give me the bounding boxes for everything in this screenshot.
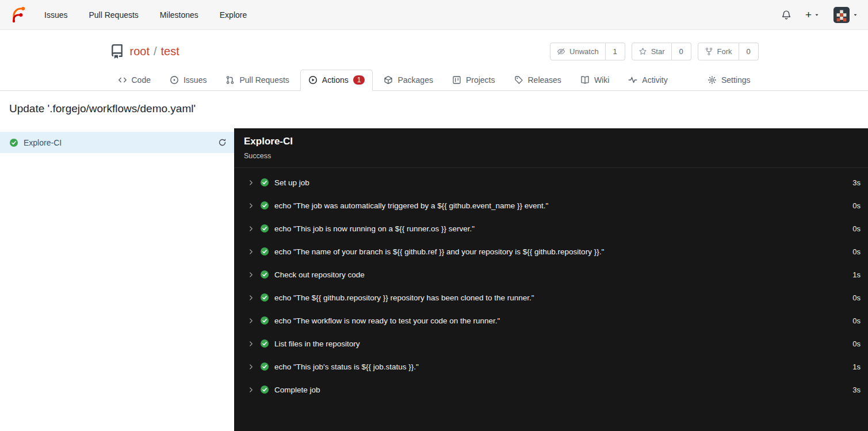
step-name: echo "The job was automatically triggere… xyxy=(274,201,548,210)
repo-separator: / xyxy=(154,45,157,58)
star-button[interactable]: Star xyxy=(632,43,672,60)
job-panel-header: Explore-CI Success xyxy=(234,128,868,168)
navbar-item-milestones[interactable]: Milestones xyxy=(160,10,198,20)
pulse-icon xyxy=(628,75,637,85)
tab-projects[interactable]: Projects xyxy=(444,70,503,91)
step-name: Complete job xyxy=(274,386,320,394)
run-content: Explore-CI Explore-CI Success Set up job… xyxy=(0,128,868,431)
tab-settings[interactable]: Settings xyxy=(699,70,759,91)
chevron-right-icon[interactable] xyxy=(247,179,255,186)
tab-pull-requests[interactable]: Pull Requests xyxy=(217,70,297,91)
tab-label: Releases xyxy=(528,75,561,85)
chevron-right-icon[interactable] xyxy=(247,225,255,232)
step-row-4[interactable]: echo "The name of your branch is ${{ git… xyxy=(234,240,868,263)
repo-header: root / test Unwatch1Star0Fork0 CodeIssue… xyxy=(0,30,868,91)
step-row-8[interactable]: List files in the repository0s xyxy=(234,332,868,355)
user-menu[interactable] xyxy=(833,7,858,23)
step-duration: 0s xyxy=(846,224,861,233)
repo-name-link[interactable]: test xyxy=(161,45,179,58)
code-icon xyxy=(118,75,127,85)
eye-slash-icon xyxy=(557,47,565,56)
tab-wiki[interactable]: Wiki xyxy=(572,70,617,91)
tab-label: Settings xyxy=(721,75,751,85)
pull-request-icon xyxy=(225,75,235,85)
step-success-icon xyxy=(260,178,269,187)
repo-action-buttons: Unwatch1Star0Fork0 xyxy=(550,43,758,60)
navbar-item-issues[interactable]: Issues xyxy=(44,10,67,20)
tab-label: Projects xyxy=(466,75,495,85)
repo-icon xyxy=(110,44,124,59)
chevron-right-icon[interactable] xyxy=(247,271,255,279)
step-name: echo "The ${{ github.repository }} repos… xyxy=(274,293,534,302)
job-panel-title: Explore-CI xyxy=(244,136,858,147)
chevron-right-icon[interactable] xyxy=(247,294,255,302)
job-status-text: Success xyxy=(244,152,858,160)
forgejo-logo[interactable] xyxy=(10,6,27,24)
step-duration: 3s xyxy=(846,386,861,394)
step-name: List files in the repository xyxy=(274,340,360,348)
step-row-7[interactable]: echo "The workflow is now ready to test … xyxy=(234,309,868,332)
step-row-6[interactable]: echo "The ${{ github.repository }} repos… xyxy=(234,286,868,309)
tab-activity[interactable]: Activity xyxy=(620,70,675,91)
step-name: Set up job xyxy=(274,178,309,187)
step-success-icon xyxy=(260,247,269,256)
tab-label: Code xyxy=(132,75,151,85)
fork-button-group: Fork0 xyxy=(698,43,759,60)
tab-label: Pull Requests xyxy=(239,75,289,85)
actions-count-badge: 1 xyxy=(353,75,365,85)
step-duration: 0s xyxy=(846,316,861,325)
step-success-icon xyxy=(260,201,269,210)
repo-tab-bar: CodeIssuesPull RequestsActions1PackagesP… xyxy=(0,70,868,91)
job-log-panel: Explore-CI Success Set up job3secho "The… xyxy=(234,128,868,431)
top-navbar: IssuesPull RequestsMilestonesExplore + xyxy=(0,0,868,30)
navbar-right: + xyxy=(781,7,858,23)
package-icon xyxy=(384,75,393,85)
chevron-right-icon[interactable] xyxy=(247,340,255,348)
chevron-right-icon[interactable] xyxy=(247,363,255,371)
tab-actions[interactable]: Actions1 xyxy=(300,70,373,91)
step-success-icon xyxy=(260,362,269,371)
tab-issues[interactable]: Issues xyxy=(162,70,215,91)
step-name: Check out repository code xyxy=(274,270,365,279)
chevron-right-icon[interactable] xyxy=(247,202,255,209)
job-item-explore-ci[interactable]: Explore-CI xyxy=(0,132,234,153)
rerun-job-icon[interactable] xyxy=(218,138,227,147)
project-icon xyxy=(452,75,461,85)
step-name: echo "This job's status is ${{ job.statu… xyxy=(274,363,419,371)
step-row-2[interactable]: echo "The job was automatically triggere… xyxy=(234,194,868,217)
tab-releases[interactable]: Releases xyxy=(506,70,569,91)
navbar-item-pull-requests[interactable]: Pull Requests xyxy=(89,10,138,20)
step-duration: 1s xyxy=(846,363,861,371)
tab-packages[interactable]: Packages xyxy=(376,70,441,91)
play-circle-icon xyxy=(308,75,318,85)
repo-tabs: CodeIssuesPull RequestsActions1PackagesP… xyxy=(110,70,676,90)
step-row-1[interactable]: Set up job3s xyxy=(234,171,868,194)
step-success-icon xyxy=(260,385,269,394)
star-count[interactable]: 0 xyxy=(672,43,691,60)
tab-code[interactable]: Code xyxy=(110,70,159,91)
step-success-icon xyxy=(260,293,269,302)
chevron-right-icon[interactable] xyxy=(247,317,255,325)
step-success-icon xyxy=(260,316,269,325)
repo-owner-link[interactable]: root xyxy=(130,45,150,58)
chevron-right-icon[interactable] xyxy=(247,386,255,394)
notifications-bell-icon[interactable] xyxy=(781,10,791,20)
step-row-9[interactable]: echo "This job's status is ${{ job.statu… xyxy=(234,355,868,378)
step-row-3[interactable]: echo "This job is now running on a ${{ r… xyxy=(234,217,868,240)
step-row-10[interactable]: Complete job3s xyxy=(234,378,868,401)
create-new-button[interactable]: + xyxy=(805,9,820,20)
unwatch-button[interactable]: Unwatch xyxy=(550,43,606,60)
unwatch-count[interactable]: 1 xyxy=(606,43,625,60)
step-name: echo "This job is now running on a ${{ r… xyxy=(274,224,475,233)
chevron-right-icon[interactable] xyxy=(247,248,255,255)
fork-button[interactable]: Fork xyxy=(698,43,739,60)
tab-label: Activity xyxy=(642,75,667,85)
step-name: echo "The workflow is now ready to test … xyxy=(274,316,500,325)
navbar-item-explore[interactable]: Explore xyxy=(220,10,247,20)
avatar xyxy=(833,7,850,23)
job-name: Explore-CI xyxy=(24,138,62,147)
fork-count[interactable]: 0 xyxy=(739,43,759,60)
step-row-5[interactable]: Check out repository code1s xyxy=(234,263,868,286)
tag-icon xyxy=(514,75,523,85)
gear-icon xyxy=(708,75,717,85)
